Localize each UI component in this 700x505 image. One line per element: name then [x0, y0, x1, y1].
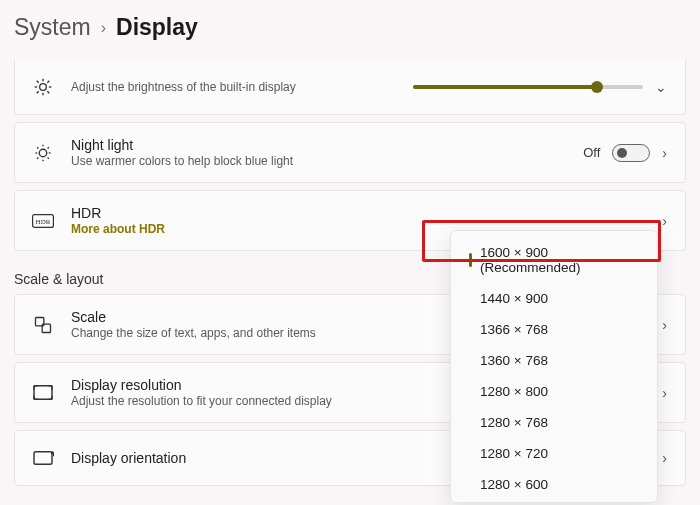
- night-light-subtitle: Use warmer colors to help block blue lig…: [71, 154, 567, 168]
- svg-line-5: [37, 80, 39, 82]
- svg-line-17: [48, 147, 49, 148]
- svg-rect-31: [34, 452, 52, 465]
- chevron-right-icon[interactable]: ›: [662, 450, 667, 466]
- resolution-option[interactable]: 1600 × 900 (Recommended): [451, 237, 657, 283]
- night-light-state-label: Off: [583, 145, 600, 160]
- night-light-toggle[interactable]: [612, 144, 650, 162]
- resolution-option-label: 1280 × 800: [480, 384, 548, 399]
- hdr-icon: HDR: [31, 209, 55, 233]
- chevron-right-icon[interactable]: ›: [662, 317, 667, 333]
- chevron-right-icon: ›: [101, 19, 106, 37]
- resolution-option[interactable]: 1440 × 900: [451, 283, 657, 314]
- setting-brightness[interactable]: Brightness Adjust the brightness of the …: [14, 59, 686, 115]
- resolution-option[interactable]: 1366 × 768: [451, 314, 657, 345]
- breadcrumb-root[interactable]: System: [14, 14, 91, 41]
- night-light-title: Night light: [71, 137, 567, 153]
- resolution-option-label: 1280 × 768: [480, 415, 548, 430]
- chevron-right-icon[interactable]: ›: [662, 385, 667, 401]
- brightness-slider[interactable]: [413, 80, 643, 94]
- scale-icon: [31, 313, 55, 337]
- resolution-option[interactable]: 1280 × 720: [451, 438, 657, 469]
- sun-icon: [31, 75, 55, 99]
- setting-night-light[interactable]: Night light Use warmer colors to help bl…: [14, 122, 686, 183]
- breadcrumb: System › Display: [0, 0, 700, 53]
- svg-text:HDR: HDR: [36, 218, 51, 226]
- brightness-subtitle: Adjust the brightness of the built-in di…: [71, 80, 397, 94]
- resolution-option-label: 1440 × 900: [480, 291, 548, 306]
- orientation-icon: [31, 446, 55, 470]
- hdr-title: HDR: [71, 205, 646, 221]
- resolution-option-label: 1280 × 720: [480, 446, 548, 461]
- resolution-icon: [31, 381, 55, 405]
- resolution-option-label: 1360 × 768: [480, 353, 548, 368]
- resolution-option[interactable]: 1280 × 800: [451, 376, 657, 407]
- chevron-down-icon[interactable]: ⌄: [655, 79, 667, 95]
- resolution-option[interactable]: 1280 × 768: [451, 407, 657, 438]
- svg-line-7: [37, 91, 39, 93]
- resolution-dropdown[interactable]: 1600 × 900 (Recommended)1440 × 9001366 ×…: [450, 230, 658, 503]
- chevron-right-icon[interactable]: ›: [662, 213, 667, 229]
- resolution-option[interactable]: 1280 × 600: [451, 469, 657, 500]
- svg-rect-22: [34, 385, 52, 399]
- resolution-option[interactable]: 1360 × 768: [451, 345, 657, 376]
- svg-line-14: [37, 147, 38, 148]
- svg-line-8: [47, 80, 49, 82]
- svg-point-0: [40, 83, 47, 90]
- resolution-option-label: 1600 × 900 (Recommended): [480, 245, 641, 275]
- svg-point-9: [39, 149, 47, 157]
- svg-line-15: [48, 157, 49, 158]
- resolution-option-label: 1366 × 768: [480, 322, 548, 337]
- night-light-icon: [31, 141, 55, 165]
- resolution-option-label: 1280 × 600: [480, 477, 548, 492]
- svg-line-16: [37, 157, 38, 158]
- svg-line-6: [47, 91, 49, 93]
- chevron-right-icon[interactable]: ›: [662, 145, 667, 161]
- breadcrumb-current: Display: [116, 14, 198, 41]
